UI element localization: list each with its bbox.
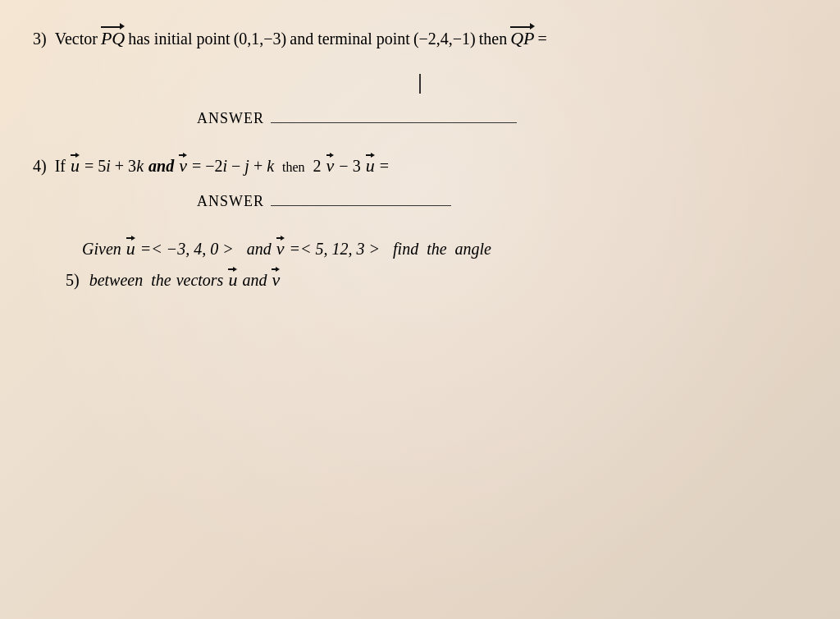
problem-4-u-eq: = 5i + 3k: [84, 157, 144, 176]
answer-4-label: ANSWER: [197, 193, 264, 210]
problem-5-and: and: [239, 240, 272, 259]
problem-3-then: then: [479, 30, 507, 48]
text-cursor: [419, 74, 421, 94]
3u-vector: u: [366, 152, 375, 177]
problem-5: Given u =< −3, 4, 0 > and v =< 5, 12, 3 …: [33, 235, 807, 291]
problem-3-initial-point: (0,1,−3): [234, 30, 287, 48]
problem-3-and-terminal: and terminal point: [290, 30, 410, 48]
problem-4-then: then: [282, 160, 305, 175]
v-vector-def: v: [179, 152, 187, 177]
problem-3-number: 3): [33, 30, 47, 48]
2v-vector: v: [326, 152, 335, 177]
problem-5-find: find the angle: [385, 240, 491, 259]
answer-4-line[interactable]: [271, 205, 451, 207]
problem-5-given: Given: [82, 240, 121, 259]
problem-5-between: between the: [89, 271, 171, 290]
answer-3-line[interactable]: [271, 122, 517, 124]
problem-4-expr: 2: [313, 157, 322, 176]
problem-4-answer: ANSWER: [197, 193, 807, 210]
cursor-area: [33, 74, 807, 94]
qp-vector: QP: [510, 25, 534, 49]
problem-4-and: and: [148, 157, 174, 176]
answer-3-label: ANSWER: [197, 110, 264, 127]
u-vector-def: u: [71, 152, 80, 177]
problem-3-answer: ANSWER: [197, 110, 807, 127]
problem-5-line1: Given u =< −3, 4, 0 > and v =< 5, 12, 3 …: [33, 235, 807, 259]
problem-3: 3) Vector PQ has initial point (0,1,−3) …: [33, 25, 807, 49]
u-vector-p5: u: [126, 235, 135, 259]
problem-4-minus: − 3: [339, 157, 360, 176]
page-content: 3) Vector PQ has initial point (0,1,−3) …: [0, 0, 840, 315]
v-vector-p5: v: [276, 235, 285, 259]
problem-4-if: If: [55, 157, 66, 176]
pq-vector: PQ: [101, 25, 125, 49]
problem-3-has-initial: has initial point: [128, 30, 230, 48]
problem-5-vectors: vectors: [176, 271, 224, 290]
problem-5-and2: and: [242, 271, 267, 290]
u-vector-p5b: u: [228, 266, 237, 291]
problem-5-number: 5): [66, 271, 80, 290]
problem-5-v-val: =< 5, 12, 3 >: [290, 240, 381, 259]
problem-4: 4) If u = 5i + 3k and v = −2i − j + k th…: [33, 152, 807, 177]
problem-5-u-val: =< −3, 4, 0 >: [140, 240, 234, 259]
problem-4-equals: =: [380, 157, 389, 176]
problem-5-line2: 5) between the vectors u and v: [33, 266, 807, 291]
problem-3-equals: =: [538, 30, 547, 48]
problem-3-terminal-point: (−2,4,−1): [413, 30, 476, 48]
problem-4-v-eq: = −2i − j + k: [192, 157, 274, 176]
problem-4-number: 4): [33, 157, 47, 176]
problem-3-vector-label: Vector: [55, 30, 98, 48]
v-vector-p5b: v: [272, 266, 280, 291]
